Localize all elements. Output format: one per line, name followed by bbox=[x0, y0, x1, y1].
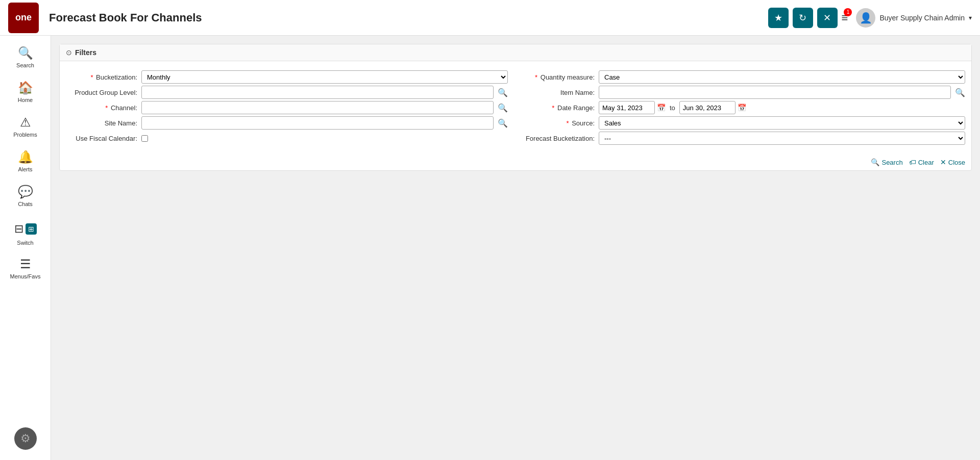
bucketization-label: * Bucketization: bbox=[66, 73, 137, 81]
switch-icon: ⊟ bbox=[14, 222, 23, 236]
filter-actions: 🔍 Search 🏷 Clear ✕ Close bbox=[60, 154, 971, 170]
required-star: * bbox=[105, 104, 108, 112]
forecast-bucketization-label: Forecast Bucketization: bbox=[523, 135, 595, 142]
sidebar-item-home[interactable]: 🏠 Home bbox=[3, 75, 48, 108]
required-star: * bbox=[567, 119, 569, 127]
home-icon: 🏠 bbox=[18, 81, 33, 95]
refresh-button[interactable]: ↻ bbox=[793, 8, 813, 28]
header-actions: ★ ↻ ✕ ≡ 1 👤 Buyer Supply Chain Admin ▾ bbox=[768, 8, 972, 28]
chat-icon: 💬 bbox=[18, 185, 33, 199]
sidebar-item-label: Menus/Favs bbox=[10, 273, 41, 279]
item-name-label: Item Name: bbox=[523, 89, 595, 96]
date-from-input[interactable] bbox=[599, 101, 655, 114]
search-button[interactable]: 🔍 Search bbox=[871, 158, 902, 166]
sidebar: 🔍 Search 🏠 Home ⚠ Problems 🔔 Alerts 💬 Ch… bbox=[0, 36, 51, 460]
date-range-label: * Date Range: bbox=[523, 104, 595, 112]
switch-label: Switch bbox=[3, 240, 48, 246]
filter-header-label: Filters bbox=[75, 48, 96, 57]
calendar-to-icon[interactable]: 📅 bbox=[738, 104, 746, 112]
sidebar-item-alerts[interactable]: 🔔 Alerts bbox=[3, 145, 48, 177]
sidebar-item-label: Search bbox=[16, 62, 34, 68]
required-star: * bbox=[90, 73, 93, 81]
clear-action-icon: 🏷 bbox=[909, 158, 916, 166]
item-name-input[interactable] bbox=[599, 86, 951, 99]
menus-icon: ☰ bbox=[20, 257, 31, 271]
fiscal-calendar-label: Use Fiscal Calendar: bbox=[66, 135, 137, 142]
close-button[interactable]: ✕ bbox=[817, 8, 838, 28]
sidebar-item-search[interactable]: 🔍 Search bbox=[3, 41, 48, 73]
filter-row-site-name: Site Name: 🔍 bbox=[66, 115, 508, 131]
calendar-from-icon[interactable]: 📅 bbox=[657, 104, 666, 112]
date-range-group: 📅 to 📅 bbox=[599, 101, 965, 114]
product-group-input[interactable] bbox=[141, 86, 494, 99]
page-title: Forecast Book For Channels bbox=[49, 11, 768, 24]
channel-label: * Channel: bbox=[66, 104, 137, 112]
filter-panel: ⊙ Filters * Bucketization: bbox=[59, 44, 972, 171]
close-button[interactable]: ✕ Close bbox=[940, 158, 965, 166]
required-star: * bbox=[535, 73, 537, 81]
sidebar-item-menus[interactable]: ☰ Menus/Favs bbox=[3, 252, 48, 285]
fiscal-calendar-checkbox[interactable] bbox=[141, 135, 148, 142]
filter-row-date-range: * Date Range: 📅 to 📅 bbox=[523, 100, 965, 115]
required-star: * bbox=[552, 104, 554, 112]
sidebar-item-label: Home bbox=[18, 97, 33, 103]
search-icon: 🔍 bbox=[18, 46, 33, 60]
site-name-label: Site Name: bbox=[66, 119, 137, 127]
product-group-search-icon[interactable]: 🔍 bbox=[498, 88, 508, 97]
clear-button[interactable]: 🏷 Clear bbox=[909, 158, 934, 166]
channel-input[interactable] bbox=[141, 101, 494, 114]
filter-row-item-name: Item Name: 🔍 bbox=[523, 85, 965, 100]
filter-icon: ⊙ bbox=[66, 48, 72, 57]
chevron-down-icon: ▾ bbox=[969, 14, 972, 21]
menu-badge: 1 bbox=[844, 8, 852, 16]
header: one Forecast Book For Channels ★ ↻ ✕ ≡ 1… bbox=[0, 0, 980, 36]
source-select[interactable]: Sales Order Manual bbox=[599, 116, 965, 130]
item-name-search-icon[interactable]: 🔍 bbox=[955, 88, 965, 97]
product-group-label: Product Group Level: bbox=[66, 89, 137, 96]
site-name-search-icon[interactable]: 🔍 bbox=[498, 118, 508, 128]
main-content: ⊙ Filters * Bucketization: bbox=[51, 36, 980, 460]
user-menu[interactable]: 👤 Buyer Supply Chain Admin ▾ bbox=[856, 8, 972, 28]
user-avatar-icon: ⚙ bbox=[14, 427, 37, 450]
bucketization-select[interactable]: Monthly Weekly Daily bbox=[141, 70, 508, 84]
filter-right-col: * Quantity measure: Case Each Pound I bbox=[523, 69, 965, 146]
username-label: Buyer Supply Chain Admin bbox=[879, 14, 965, 22]
date-to-input[interactable] bbox=[679, 101, 736, 114]
bell-icon: 🔔 bbox=[18, 150, 33, 164]
quantity-measure-select[interactable]: Case Each Pound bbox=[599, 70, 965, 84]
filter-row-forecast-bucketization: Forecast Bucketization: --- Monthly Week… bbox=[523, 131, 965, 146]
app-logo[interactable]: one bbox=[8, 3, 39, 33]
sidebar-item-problems[interactable]: ⚠ Problems bbox=[3, 110, 48, 143]
menu-icon[interactable]: ≡ 1 bbox=[842, 11, 848, 24]
search-action-icon: 🔍 bbox=[871, 158, 879, 166]
filter-header: ⊙ Filters bbox=[60, 44, 971, 61]
warning-icon: ⚠ bbox=[20, 115, 31, 130]
site-name-input[interactable] bbox=[141, 116, 494, 130]
sidebar-item-label: Chats bbox=[18, 201, 33, 207]
sidebar-item-label: Problems bbox=[13, 132, 37, 138]
quantity-measure-label: * Quantity measure: bbox=[523, 73, 595, 81]
filter-row-fiscal-calendar: Use Fiscal Calendar: bbox=[66, 131, 508, 146]
filter-row-quantity-measure: * Quantity measure: Case Each Pound bbox=[523, 69, 965, 85]
main-layout: 🔍 Search 🏠 Home ⚠ Problems 🔔 Alerts 💬 Ch… bbox=[0, 36, 980, 460]
filter-row-source: * Source: Sales Order Manual bbox=[523, 115, 965, 131]
switch-active-icon: ⊞ bbox=[26, 223, 37, 235]
date-separator: to bbox=[670, 104, 675, 112]
sidebar-item-label: Alerts bbox=[18, 166, 32, 172]
sidebar-item-switch[interactable]: ⊟ ⊞ Switch bbox=[0, 214, 51, 250]
avatar: 👤 bbox=[856, 8, 875, 28]
filter-row-product-group: Product Group Level: 🔍 bbox=[66, 85, 508, 100]
favorite-button[interactable]: ★ bbox=[768, 8, 789, 28]
filter-row-bucketization: * Bucketization: Monthly Weekly Daily bbox=[66, 69, 508, 85]
filter-row-channel: * Channel: 🔍 bbox=[66, 100, 508, 115]
filter-grid: * Bucketization: Monthly Weekly Daily bbox=[66, 69, 965, 146]
source-label: * Source: bbox=[523, 119, 595, 127]
close-action-icon: ✕ bbox=[940, 158, 946, 166]
filter-left-col: * Bucketization: Monthly Weekly Daily bbox=[66, 69, 508, 146]
channel-search-icon[interactable]: 🔍 bbox=[498, 103, 508, 113]
sidebar-avatar[interactable]: ⚙ bbox=[14, 427, 37, 450]
forecast-bucketization-select[interactable]: --- Monthly Weekly bbox=[599, 132, 965, 145]
sidebar-item-chats[interactable]: 💬 Chats bbox=[3, 180, 48, 212]
filter-body: * Bucketization: Monthly Weekly Daily bbox=[60, 61, 971, 154]
